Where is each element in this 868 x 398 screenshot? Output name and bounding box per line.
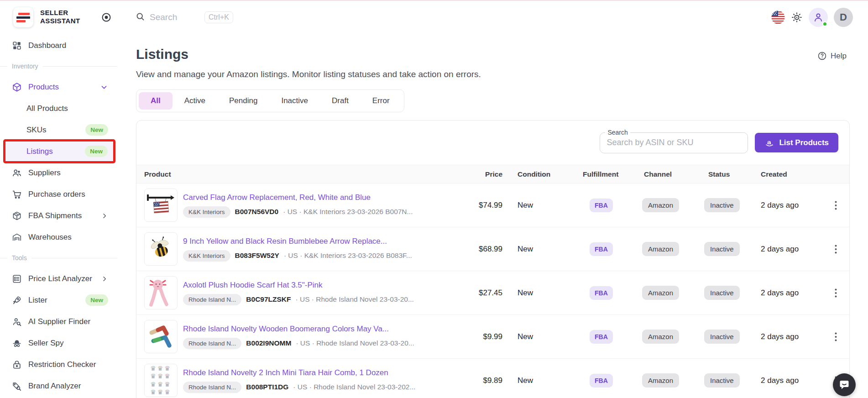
condition-value: New <box>502 332 583 341</box>
brand-name: SELLER ASSISTANT <box>40 9 80 25</box>
tab-inactive[interactable]: Inactive <box>269 92 320 110</box>
sidebar-toggle-icon[interactable] <box>101 12 111 22</box>
tab-pending[interactable]: Pending <box>217 92 269 110</box>
col-fulfillment: Fulfillment <box>583 170 642 178</box>
col-price: Price <box>442 170 502 178</box>
chevron-down-icon <box>100 83 108 91</box>
product-asin: B083F5W52Y <box>235 251 279 260</box>
person-search-icon <box>12 317 22 327</box>
created-value: 2 days ago <box>758 201 822 210</box>
tab-draft[interactable]: Draft <box>320 92 361 110</box>
product-asin: B007N56VD0 <box>235 208 279 216</box>
sidebar-item-suppliers[interactable]: Suppliers <box>0 162 117 183</box>
product-title-link[interactable]: 9 Inch Yellow and Black Resin Bumblebee … <box>183 237 412 246</box>
created-value: 2 days ago <box>758 245 822 254</box>
list-icon <box>12 274 22 284</box>
sidebar-label: Suppliers <box>28 168 61 178</box>
help-button[interactable]: Help <box>817 51 847 61</box>
topbar-actions: D <box>771 8 853 27</box>
warehouse-icon <box>12 232 22 242</box>
sidebar-item-restriction-checker[interactable]: Restriction Checker <box>0 354 117 375</box>
condition-value: New <box>502 201 583 210</box>
fulfillment-badge: FBA <box>590 330 613 344</box>
annotation-highlight: Listings New <box>5 141 114 162</box>
row-actions-menu-icon[interactable] <box>822 201 849 210</box>
sidebar-item-warehouses[interactable]: Warehouses <box>0 226 117 248</box>
new-badge: New <box>85 146 108 157</box>
tag-search-icon <box>12 381 22 391</box>
search-field-label: Search <box>605 129 630 136</box>
user-avatar[interactable]: D <box>834 8 853 27</box>
col-channel: Channel <box>642 170 703 178</box>
row-actions-menu-icon[interactable] <box>822 245 849 254</box>
status-badge: Inactive <box>704 198 740 212</box>
product-title-link[interactable]: Carved Flag Arrow Replacement, Red, Whit… <box>183 193 413 202</box>
sidebar-label: Purchase orders <box>28 190 85 199</box>
sidebar-item-purchase-orders[interactable]: Purchase orders <box>0 183 117 205</box>
tab-active[interactable]: Active <box>173 92 217 110</box>
brand-line1: SELLER <box>40 9 80 17</box>
sidebar-item-ai-supplier-finder[interactable]: AI Supplier Finder <box>0 311 117 332</box>
status-badge: Inactive <box>704 373 740 388</box>
language-flag-icon[interactable] <box>771 10 785 24</box>
package-icon <box>12 211 22 221</box>
search-shortcut-badge: Ctrl+K <box>204 11 233 23</box>
people-icon <box>12 168 22 178</box>
product-title-link[interactable]: Rhode Island Novelty 2 Inch Mini Tiara H… <box>183 368 415 377</box>
svg-text:a: a <box>767 138 771 146</box>
condition-value: New <box>502 376 583 385</box>
brand-chip: K&K Interiors <box>183 250 230 262</box>
spy-icon <box>12 338 22 348</box>
sidebar-item-brand-analyzer[interactable]: Brand Analyzer <box>0 375 117 397</box>
product-thumbnail-tiaras: ♛♛♛♛♛♛♛♛♛♛♛♛ <box>144 364 178 397</box>
account-avatar[interactable] <box>809 8 828 27</box>
asin-search-field: Search <box>600 132 748 153</box>
sidebar-item-price-list-analyzer[interactable]: Price List Analyzer <box>0 268 117 289</box>
sidebar-item-skus[interactable]: SKUs New <box>0 119 117 141</box>
sidebar-label: All Products <box>26 104 68 113</box>
global-search-input[interactable] <box>150 12 200 22</box>
cube-icon <box>12 82 22 92</box>
brand-chip: Rhode Island N... <box>183 382 241 393</box>
cart-icon <box>12 189 22 199</box>
channel-badge: Amazon <box>642 242 679 256</box>
channel-badge: Amazon <box>642 198 679 212</box>
product-title-link[interactable]: Rhode Island Novelty Wooden Boomerang Co… <box>183 325 414 334</box>
sidebar-item-seller-spy[interactable]: Seller Spy <box>0 332 117 354</box>
chevron-right-icon <box>101 212 108 220</box>
table-row: ♛♛♛♛♛♛♛♛♛♛♛♛ Rhode Island Novelty 2 Inch… <box>136 359 849 398</box>
brand-line2: ASSISTANT <box>40 17 80 25</box>
condition-value: New <box>502 245 583 254</box>
theme-toggle-icon[interactable] <box>791 11 803 23</box>
sidebar-item-fba-shipments[interactable]: FBA Shipments <box>0 205 117 226</box>
col-created: Created <box>758 170 822 178</box>
status-tabs: All Active Pending Inactive Draft Error <box>136 89 404 112</box>
sidebar-label: Lister <box>28 296 47 305</box>
product-asin: B002I9NOMM <box>246 339 291 347</box>
tab-error[interactable]: Error <box>361 92 402 110</box>
product-title-link[interactable]: Axolotl Plush Hoodie Scarf Hat 3.5"-Pink <box>183 281 414 290</box>
sidebar-item-products[interactable]: Products <box>0 76 117 98</box>
col-status: Status <box>703 170 758 178</box>
channel-badge: Amazon <box>642 286 679 300</box>
sidebar-item-all-products[interactable]: All Products <box>0 98 117 119</box>
fulfillment-badge: FBA <box>590 199 613 212</box>
sidebar-item-lister[interactable]: Lister New <box>0 289 117 311</box>
tab-all[interactable]: All <box>139 92 173 110</box>
help-label: Help <box>831 52 847 61</box>
product-meta: · US · K&K Interiors 23-03-2026 B083F... <box>284 251 412 260</box>
search-icon <box>136 12 145 23</box>
row-actions-menu-icon[interactable] <box>822 332 849 341</box>
main-content: Listings Help View and manage your Amazo… <box>117 33 868 398</box>
list-products-button[interactable]: a List Products <box>755 133 838 152</box>
sidebar-item-dashboard[interactable]: Dashboard <box>0 35 117 56</box>
row-actions-menu-icon[interactable] <box>822 288 849 298</box>
chat-bubble-icon <box>838 379 850 391</box>
product-thumbnail-boomerang <box>144 320 178 353</box>
product-meta: · US · Rhode Island Novel 23-03-202... <box>293 383 415 391</box>
sidebar-item-listings[interactable]: Listings New <box>5 141 114 162</box>
created-value: 2 days ago <box>758 376 822 385</box>
chevron-right-icon <box>101 275 108 283</box>
chat-widget-button[interactable] <box>833 373 856 396</box>
brand-chip: K&K Interiors <box>183 206 230 218</box>
